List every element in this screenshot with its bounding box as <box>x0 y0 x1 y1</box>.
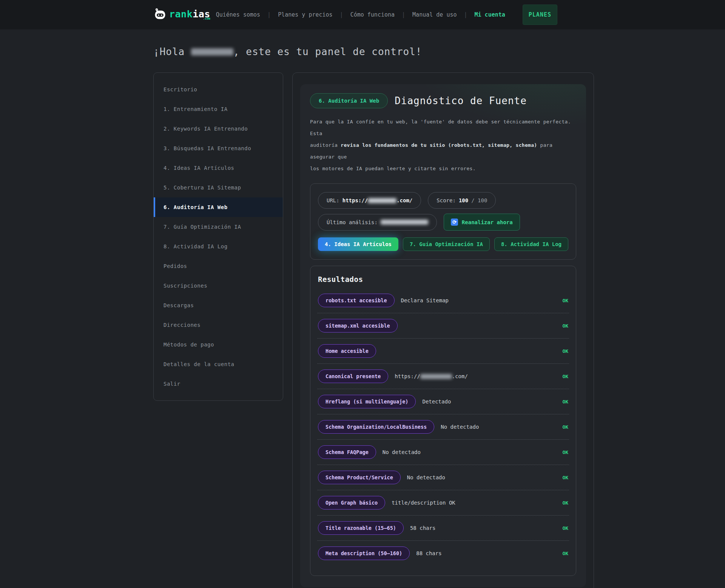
sidebar-item-3-b-squedas-ia-entrenando[interactable]: 3. Búsquedas IA Entrenando <box>154 139 283 158</box>
sidebar-item-salir[interactable]: Salir <box>154 374 283 394</box>
action-button-8-actividad-ia-log[interactable]: 8. Actividad IA Log <box>494 237 568 251</box>
status-ok: OK <box>562 525 568 531</box>
nav-item-c-mo-funciona[interactable]: Cómo funciona <box>350 11 395 18</box>
result-detail: title/description OK <box>392 500 455 506</box>
result-row: Hreflang (si multilenguaje)DetectadoOK <box>317 389 569 414</box>
status-ok: OK <box>562 424 568 430</box>
result-detail: No detectado <box>407 474 445 480</box>
sidebar-item-suscripciones[interactable]: Suscripciones <box>154 276 283 296</box>
audit-hero-panel: 6. Auditoría IA Web Diagnóstico de Fuent… <box>300 84 586 587</box>
section-badge: 6. Auditoría IA Web <box>310 93 388 108</box>
url-chip: URL: https://.com/ <box>318 192 421 209</box>
status-ok: OK <box>562 500 568 506</box>
status-ok: OK <box>562 348 568 354</box>
result-badge: sitemap.xml accesible <box>318 319 398 332</box>
result-badge: Open Graph básico <box>318 496 385 509</box>
nav-item-mi-cuenta[interactable]: Mi cuenta <box>475 11 505 18</box>
redacted-date <box>381 220 428 225</box>
result-badge: Hreflang (si multilenguaje) <box>318 395 416 408</box>
top-navbar: rankias .com Quiénes somos|Planes y prec… <box>0 0 725 29</box>
nav-menu: Quiénes somos|Planes y precios|Cómo func… <box>216 11 505 18</box>
planes-button[interactable]: PLANES <box>523 5 557 25</box>
nav-separator: | <box>267 11 271 18</box>
sidebar-item-escritorio[interactable]: Escritorio <box>154 80 283 99</box>
result-row: Title razonable (15–65)58 charsOK <box>317 516 569 541</box>
sidebar-item-7-gu-a-optimizaci-n-ia[interactable]: 7. Guía Optimización IA <box>154 217 283 237</box>
nav-separator: | <box>340 11 343 18</box>
result-badge: Schema FAQPage <box>318 445 376 459</box>
result-detail: 88 chars <box>416 550 441 556</box>
quick-actions: 4. Ideas IA Artículos7. Guía Optimizació… <box>318 237 568 251</box>
sidebar-item-5-cobertura-ia-sitemap[interactable]: 5. Cobertura IA Sitemap <box>154 178 283 197</box>
brand-logo[interactable]: rankias .com <box>153 7 210 22</box>
nav-item-qui-nes-somos[interactable]: Quiénes somos <box>216 11 260 18</box>
page-title: ¡Hola , este es tu panel de control! <box>153 46 579 57</box>
reanalyze-button[interactable]: ⟳ Reanalizar ahora <box>444 214 520 231</box>
result-badge: Schema Organization/LocalBusiness <box>318 420 434 434</box>
redacted-domain <box>420 374 452 379</box>
sidebar-item-m-todos-de-pago[interactable]: Métodos de pago <box>154 335 283 354</box>
redacted-domain <box>368 198 396 203</box>
status-ok: OK <box>562 298 568 303</box>
result-row: Schema Product/ServiceNo detectadoOK <box>317 465 569 490</box>
result-row: Open Graph básicotitle/description OKOK <box>317 490 569 516</box>
audit-info-box: URL: https://.com/ Score: 100 / 100 Últi… <box>310 183 576 260</box>
sidebar-item-direcciones[interactable]: Direcciones <box>154 315 283 335</box>
sidebar-item-2-keywords-ia-entrenando[interactable]: 2. Keywords IA Entrenando <box>154 119 283 139</box>
result-detail: Declara Sitemap <box>401 297 449 303</box>
result-row: sitemap.xml accesibleOK <box>317 313 569 339</box>
result-badge: Meta description (50–160) <box>318 546 410 560</box>
result-row: Home accesibleOK <box>317 339 569 364</box>
account-sidebar: Escritorio1. Entrenamiento IA2. Keywords… <box>153 72 283 401</box>
result-badge: Canonical presente <box>318 369 388 383</box>
status-ok: OK <box>562 399 568 405</box>
result-badge: Schema Product/Service <box>318 471 401 484</box>
result-row: Schema FAQPageNo detectadoOK <box>317 440 569 465</box>
refresh-icon: ⟳ <box>451 219 458 226</box>
sidebar-item-4-ideas-ia-art-culos[interactable]: 4. Ideas IA Artículos <box>154 158 283 178</box>
result-detail: Detectado <box>422 399 451 405</box>
nav-separator: | <box>464 11 467 18</box>
nav-item-planes-y-precios[interactable]: Planes y precios <box>278 11 333 18</box>
sidebar-item-8-actividad-ia-log[interactable]: 8. Actividad IA Log <box>154 237 283 256</box>
result-detail: No detectado <box>383 449 421 455</box>
status-ok: OK <box>562 449 568 455</box>
result-badge: robots.txt accesible <box>318 294 395 307</box>
action-button-7-gu-a-optimizaci-n-ia[interactable]: 7. Guía Optimización IA <box>403 237 490 251</box>
status-ok: OK <box>562 475 568 480</box>
last-analysis-chip: Último análisis: <box>318 214 437 231</box>
description-line: auditoría revisa los fundamentos de tu s… <box>310 139 576 163</box>
main-panel: 6. Auditoría IA Web Diagnóstico de Fuent… <box>292 72 594 588</box>
result-badge: Home accesible <box>318 344 376 358</box>
action-button-4-ideas-ia-art-culos[interactable]: 4. Ideas IA Artículos <box>318 237 398 251</box>
result-row: Canonical presentehttps://.com/OK <box>317 364 569 389</box>
result-row: Meta description (50–160)88 charsOK <box>317 541 569 566</box>
sidebar-item-6-auditor-a-ia-web[interactable]: 6. Auditoría IA Web <box>154 197 283 217</box>
nav-item-manual-de-uso[interactable]: Manual de uso <box>412 11 457 18</box>
result-detail: 58 chars <box>410 525 435 531</box>
redacted-username <box>191 48 233 55</box>
sidebar-item-pedidos[interactable]: Pedidos <box>154 256 283 276</box>
section-title: Diagnóstico de Fuente <box>395 95 527 106</box>
page-body: ¡Hola , este es tu panel de control! <box>146 29 579 72</box>
sidebar-item-descargas[interactable]: Descargas <box>154 296 283 315</box>
result-detail: No detectado <box>441 424 479 430</box>
result-detail: https://.com/ <box>395 373 468 379</box>
result-row: robots.txt accesibleDeclara SitemapOK <box>317 288 569 313</box>
status-ok: OK <box>562 323 568 329</box>
sidebar-item-1-entrenamiento-ia[interactable]: 1. Entrenamiento IA <box>154 99 283 119</box>
result-row: Schema Organization/LocalBusinessNo dete… <box>317 414 569 440</box>
brand-name: rankias <box>169 9 210 20</box>
sidebar-item-detalles-de-la-cuenta[interactable]: Detalles de la cuenta <box>154 354 283 374</box>
status-ok: OK <box>562 374 568 379</box>
score-chip: Score: 100 / 100 <box>428 192 496 209</box>
description-line: los motores de IA puedan leerte y citart… <box>310 163 576 174</box>
section-description: Para que la IA confíe en tu web, la 'fue… <box>310 116 576 174</box>
description-line: Para que la IA confíe en tu web, la 'fue… <box>310 116 576 139</box>
nav-separator: | <box>402 11 405 18</box>
robot-icon <box>153 7 167 22</box>
result-badge: Title razonable (15–65) <box>318 521 404 535</box>
results-title: Resultados <box>318 275 568 283</box>
results-box: Resultados robots.txt accesibleDeclara S… <box>310 266 576 576</box>
results-list: robots.txt accesibleDeclara SitemapOKsit… <box>317 288 569 566</box>
